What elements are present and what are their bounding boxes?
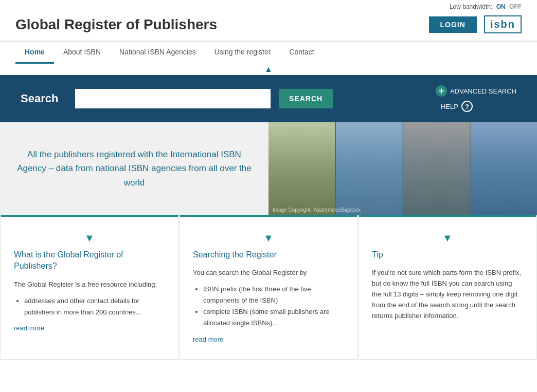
- isbn-logo: isbn: [484, 15, 522, 33]
- card-heading-3: Tip: [372, 249, 523, 260]
- header-right: LOGIN isbn: [429, 15, 522, 33]
- card-paragraph-2: You can search the Global Register by: [193, 268, 344, 278]
- hero-image: Image Copyright: Yastremska/Bigstock: [268, 122, 537, 215]
- advanced-search-link[interactable]: + ADVANCED SEARCH: [436, 85, 516, 97]
- help-label: HELP: [441, 103, 458, 110]
- cards-section: ▼ What is the Global Register of Publish…: [0, 215, 537, 360]
- bandwidth-off[interactable]: OFF: [509, 3, 522, 10]
- card-list-item-2-2: complete ISBN (some small publishers are…: [203, 306, 344, 329]
- nav-item-contact[interactable]: Contact: [280, 42, 323, 64]
- card-paragraph-3: If you're not sure which parts form the …: [372, 268, 523, 321]
- book-spine-1: [268, 122, 336, 215]
- hero-section: All the publishers registered with the I…: [0, 122, 537, 215]
- nav-item-using-register[interactable]: Using the register: [205, 42, 280, 64]
- card-tip: ▼ Tip If you're not sure which parts for…: [359, 215, 536, 360]
- nav-item-home[interactable]: Home: [15, 42, 54, 64]
- nav-item-about-isbn[interactable]: About ISBN: [54, 42, 110, 64]
- bandwidth-on[interactable]: ON: [496, 3, 506, 10]
- search-label: Search: [21, 92, 67, 105]
- hero-description: All the publishers registered with the I…: [15, 147, 253, 190]
- login-button[interactable]: LOGIN: [429, 16, 477, 33]
- card-heading-2: Searching the Register: [193, 249, 344, 260]
- card-arrow-2: ▼: [193, 232, 344, 244]
- search-input[interactable]: [75, 89, 271, 108]
- nav-item-national-agencies[interactable]: National ISBN Agencies: [110, 42, 205, 64]
- site-title: Global Register of Publishers: [15, 16, 217, 33]
- bandwidth-selector: Low bandwidth: ON OFF: [15, 0, 522, 10]
- card-paragraph-1: The Global Register is a free resource i…: [14, 279, 165, 290]
- hero-text: All the publishers registered with the I…: [0, 122, 268, 215]
- plus-circle-icon: +: [436, 85, 447, 97]
- card-heading-1: What is the Global Register of Publisher…: [14, 249, 165, 272]
- advanced-search-label: ADVANCED SEARCH: [450, 87, 516, 95]
- search-right: + ADVANCED SEARCH HELP ?: [436, 85, 516, 112]
- bandwidth-label: Low bandwidth:: [450, 3, 492, 10]
- card-arrow-3: ▼: [372, 232, 523, 244]
- card-list-item-2-1: ISBN prefix (the first three of the five…: [203, 284, 344, 306]
- card-list-item-1-1: addresses and other contact details for …: [24, 295, 165, 318]
- search-button[interactable]: SEARCH: [279, 89, 333, 108]
- image-copyright: Image Copyright: Yastremska/Bigstock: [273, 207, 361, 213]
- search-section: Search SEARCH + ADVANCED SEARCH HELP ?: [0, 75, 537, 122]
- nav-bar: Home About ISBN National ISBN Agencies U…: [0, 41, 537, 64]
- header-row: Global Register of Publishers LOGIN isbn: [15, 10, 522, 41]
- help-area[interactable]: HELP ?: [441, 101, 516, 112]
- card-global-register: ▼ What is the Global Register of Publish…: [1, 215, 178, 360]
- card-read-more-2[interactable]: read more: [193, 335, 223, 343]
- card-read-more-1[interactable]: read more: [14, 324, 44, 332]
- card-arrow-1: ▼: [14, 232, 165, 244]
- help-icon: ?: [461, 101, 473, 112]
- nav-indicator-arrow: ▲: [0, 64, 537, 75]
- top-bar: Low bandwidth: ON OFF Global Register of…: [0, 0, 537, 41]
- card-searching-register: ▼ Searching the Register You can search …: [180, 215, 357, 360]
